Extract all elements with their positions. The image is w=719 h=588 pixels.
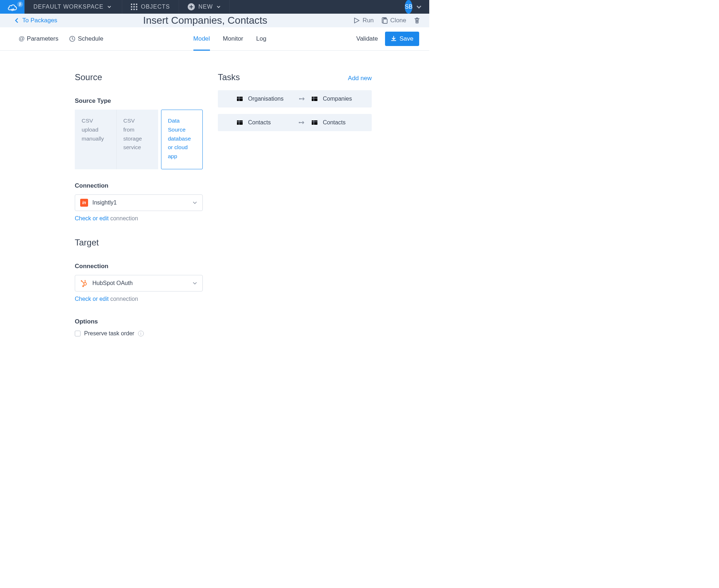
check-edit-text: Check or edit bbox=[75, 215, 109, 221]
at-icon: @ bbox=[19, 35, 25, 42]
add-new-task[interactable]: Add new bbox=[348, 75, 372, 82]
play-icon bbox=[353, 17, 360, 24]
source-type-csv-storage[interactable]: CSV from storage service bbox=[116, 110, 158, 169]
task-row[interactable]: Contacts Contacts bbox=[218, 114, 372, 131]
task-target: Contacts bbox=[323, 119, 367, 126]
back-label: To Packages bbox=[22, 17, 57, 24]
preserve-task-order-label: Preserve task order bbox=[84, 330, 134, 337]
avatar: SB bbox=[405, 0, 412, 14]
task-source: Organisations bbox=[248, 96, 293, 102]
svg-rect-9 bbox=[237, 120, 243, 125]
options-heading: Options bbox=[75, 318, 203, 325]
save-icon bbox=[391, 36, 397, 42]
workspace-selector[interactable]: DEFAULT WORKSPACE bbox=[24, 0, 122, 14]
source-type-datasource[interactable]: Data Source database or cloud app bbox=[161, 110, 203, 169]
svg-rect-0 bbox=[383, 19, 387, 23]
schedule-link[interactable]: Schedule bbox=[69, 35, 103, 42]
info-icon[interactable]: i bbox=[138, 331, 144, 336]
st-line2: from storage service bbox=[123, 125, 151, 152]
target-connection-value: HubSpot OAuth bbox=[92, 280, 188, 286]
nav-objects-label: OBJECTS bbox=[141, 4, 170, 10]
insightly-icon: in bbox=[80, 199, 88, 207]
app-logo[interactable]: β bbox=[0, 0, 24, 14]
save-label: Save bbox=[399, 35, 413, 42]
clock-icon bbox=[69, 36, 75, 42]
svg-point-3 bbox=[84, 280, 86, 281]
source-type-csv-upload[interactable]: CSV upload manually bbox=[75, 110, 116, 169]
tab-model[interactable]: Model bbox=[193, 27, 210, 50]
source-heading: Source bbox=[75, 72, 203, 82]
trash-icon bbox=[413, 17, 421, 24]
svg-rect-8 bbox=[312, 97, 317, 101]
tab-log[interactable]: Log bbox=[256, 27, 266, 50]
delete-button[interactable] bbox=[413, 17, 421, 24]
schedule-label: Schedule bbox=[78, 35, 103, 42]
workspace-name: DEFAULT WORKSPACE bbox=[33, 4, 104, 10]
clone-label: Clone bbox=[390, 17, 406, 24]
topbar: β DEFAULT WORKSPACE OBJECTS NEW SB bbox=[0, 0, 429, 14]
save-button[interactable]: Save bbox=[385, 32, 419, 46]
run-button[interactable]: Run bbox=[353, 17, 374, 24]
table-icon bbox=[311, 96, 318, 101]
table-icon bbox=[237, 120, 243, 125]
copy-icon bbox=[381, 17, 388, 24]
source-connection-label: Connection bbox=[75, 182, 203, 189]
target-heading: Target bbox=[75, 238, 203, 248]
user-menu[interactable]: SB bbox=[398, 0, 429, 14]
st-line1: Data Source bbox=[168, 116, 196, 134]
beta-badge: β bbox=[17, 1, 23, 7]
tab-monitor[interactable]: Monitor bbox=[223, 27, 243, 50]
target-connection-select[interactable]: HubSpot OAuth bbox=[75, 275, 203, 291]
table-icon bbox=[311, 120, 318, 125]
svg-point-4 bbox=[81, 280, 82, 282]
chevron-down-icon bbox=[192, 281, 197, 286]
check-edit-tail: connection bbox=[109, 215, 138, 221]
parameters-label: Parameters bbox=[27, 35, 59, 42]
arrow-right-icon bbox=[298, 97, 306, 101]
check-edit-text: Check or edit bbox=[75, 296, 109, 302]
chevron-down-icon bbox=[216, 5, 221, 9]
check-edit-tail: connection bbox=[109, 296, 138, 302]
source-connection-select[interactable]: in Insightly1 bbox=[75, 194, 203, 211]
chevron-left-icon bbox=[14, 18, 19, 23]
target-check-edit-link[interactable]: Check or edit connection bbox=[75, 296, 203, 302]
nav-new-label: NEW bbox=[198, 4, 213, 10]
table-icon bbox=[237, 96, 243, 101]
preserve-task-order-checkbox[interactable] bbox=[75, 331, 81, 336]
svg-rect-11 bbox=[312, 120, 317, 125]
chevron-down-icon bbox=[416, 4, 422, 10]
back-to-packages[interactable]: To Packages bbox=[14, 17, 57, 24]
st-line2: upload manually bbox=[82, 125, 110, 143]
hubspot-icon bbox=[80, 279, 88, 287]
chevron-down-icon bbox=[107, 5, 111, 9]
tasks-heading: Tasks bbox=[218, 72, 240, 82]
st-line2: database or cloud app bbox=[168, 134, 196, 161]
nav-new[interactable]: NEW bbox=[179, 0, 230, 14]
task-source: Contacts bbox=[248, 119, 293, 126]
source-check-edit-link[interactable]: Check or edit connection bbox=[75, 215, 203, 222]
task-target: Companies bbox=[323, 96, 367, 102]
svg-rect-6 bbox=[237, 97, 243, 101]
source-type-selector: CSV upload manually CSV from storage ser… bbox=[75, 110, 203, 169]
task-row[interactable]: Organisations Companies bbox=[218, 90, 372, 107]
arrow-right-icon bbox=[298, 121, 306, 124]
chevron-down-icon bbox=[192, 200, 197, 205]
clone-button[interactable]: Clone bbox=[381, 17, 406, 24]
target-connection-label: Connection bbox=[75, 263, 203, 270]
st-line1: CSV bbox=[82, 116, 110, 125]
page-title: Insert Companies, Contacts bbox=[57, 15, 353, 26]
page-header: To Packages Insert Companies, Contacts R… bbox=[0, 14, 429, 27]
svg-point-10 bbox=[299, 122, 300, 123]
validate-button[interactable]: Validate bbox=[356, 35, 378, 42]
parameters-link[interactable]: @ Parameters bbox=[19, 35, 58, 42]
svg-point-5 bbox=[83, 286, 84, 287]
subnav: @ Parameters Schedule Model Monitor Log … bbox=[0, 27, 429, 51]
source-type-label: Source Type bbox=[75, 97, 203, 105]
source-connection-value: Insightly1 bbox=[92, 199, 188, 206]
grid-icon bbox=[131, 4, 137, 10]
plus-circle-icon bbox=[188, 3, 195, 10]
st-line1: CSV bbox=[123, 116, 151, 125]
svg-point-7 bbox=[299, 98, 301, 100]
run-label: Run bbox=[362, 17, 374, 24]
nav-objects[interactable]: OBJECTS bbox=[122, 0, 179, 14]
